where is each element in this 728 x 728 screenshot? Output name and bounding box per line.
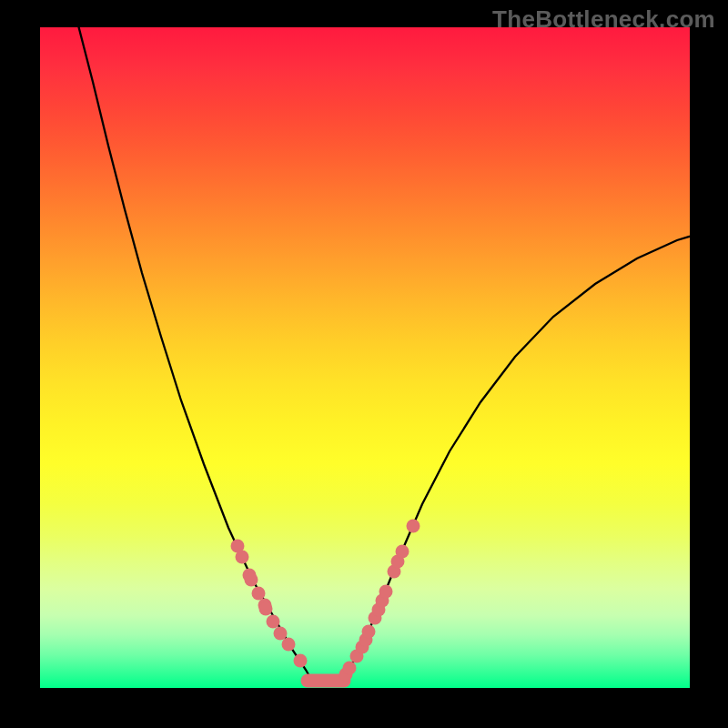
data-dot	[282, 638, 296, 652]
data-dot	[362, 625, 376, 639]
data-dot	[245, 573, 258, 587]
data-dot	[396, 545, 410, 559]
chart-svg	[40, 27, 690, 688]
outer-frame: TheBottleneck.com	[0, 0, 728, 728]
data-dot	[274, 627, 288, 641]
curve-left	[76, 27, 313, 682]
data-dot	[407, 520, 420, 533]
data-dots	[231, 520, 420, 682]
curve-right	[340, 233, 690, 682]
data-dot	[343, 662, 357, 675]
data-dot	[236, 551, 249, 564]
data-dot	[267, 615, 280, 629]
data-dot	[379, 585, 393, 599]
chart-area	[40, 27, 690, 688]
data-dot	[252, 587, 266, 601]
data-dot	[294, 654, 308, 668]
data-dot	[259, 602, 273, 616]
